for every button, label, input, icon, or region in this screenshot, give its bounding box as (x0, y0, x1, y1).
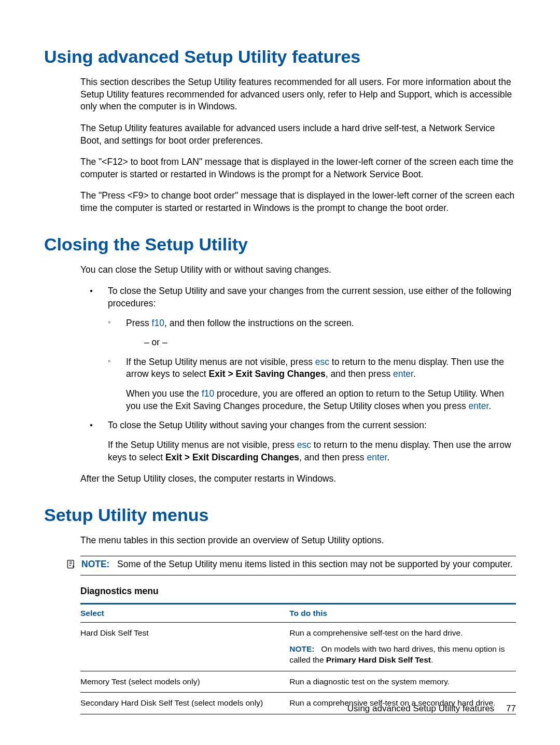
s2-intro: You can close the Setup Utility with or … (80, 264, 516, 276)
s2-bullet1: To close the Setup Utility and save your… (90, 285, 516, 412)
cell-select: Secondary Hard Disk Self Test (select mo… (80, 693, 289, 714)
bold-primary-hdst: Primary Hard Disk Self Test (326, 655, 431, 664)
note-text: NOTE: Some of the Setup Utility menu ite… (81, 558, 513, 570)
table-row: Memory Test (select models only) Run a d… (80, 671, 516, 693)
footer-text: Using advanced Setup Utility features (347, 704, 495, 713)
s2-sub1: Press f10, and then follow the instructi… (108, 317, 516, 349)
cell-do-text: Run a comprehensive self-test on the har… (289, 628, 514, 639)
note-callout: NOTE: Some of the Setup Utility menu ite… (80, 556, 516, 575)
cell-do: Run a diagnostic test on the system memo… (289, 671, 516, 693)
txt: , and then press (299, 452, 367, 462)
s2-bullet2: To close the Setup Utility without savin… (90, 419, 516, 463)
cell-do: Run a comprehensive self-test on the har… (289, 622, 516, 671)
txt: When you use the (126, 388, 202, 399)
diagnostics-table: Select To do this Hard Disk Self Test Ru… (80, 603, 516, 715)
txt: . (413, 369, 416, 379)
cell-select: Memory Test (select models only) (80, 671, 289, 693)
txt: If the Setup Utility menus are not visib… (126, 357, 315, 367)
txt: Press (126, 318, 152, 328)
s2-sub-list: Press f10, and then follow the instructi… (108, 317, 516, 413)
section3-body: The menu tables in this section provide … (80, 535, 516, 715)
s1-p4: The "Press <F9> to change boot order" me… (80, 190, 516, 214)
section1-body: This section describes the Setup Utility… (80, 76, 516, 215)
note-body: Some of the Setup Utility menu items lis… (117, 559, 513, 569)
txt: . (431, 655, 433, 664)
txt: , and then follow the instructions on th… (164, 318, 354, 328)
bold-exit-saving: Exit > Exit Saving Changes (209, 369, 326, 379)
heading-using-advanced: Using advanced Setup Utility features (44, 47, 516, 67)
s2-b2-para: If the Setup Utility menus are not visib… (108, 439, 516, 463)
table-row: Hard Disk Self Test Run a comprehensive … (80, 622, 516, 671)
s2-b1-text: To close the Setup Utility and save your… (108, 286, 511, 308)
s1-p2: The Setup Utility features available for… (80, 122, 516, 147)
page-content: Using advanced Setup Utility features Th… (0, 0, 560, 745)
key-f10: f10 (152, 318, 164, 328)
cell-note-label: NOTE: (289, 644, 314, 653)
bold-exit-discarding: Exit > Exit Discarding Changes (165, 452, 299, 462)
txt: , and then press (326, 369, 393, 379)
heading-closing: Closing the Setup Utility (44, 234, 516, 255)
note-label: NOTE: (81, 559, 109, 569)
page-number: 77 (506, 704, 516, 713)
key-f10: f10 (202, 388, 214, 399)
s1-p3: The "<F12> to boot from LAN" message tha… (80, 156, 516, 180)
txt: If the Setup Utility menus are not visib… (108, 440, 297, 450)
cell-note: NOTE: On models with two hard drives, th… (289, 644, 514, 666)
heading-menus: Setup Utility menus (44, 505, 516, 525)
s3-intro: The menu tables in this section provide … (80, 535, 516, 547)
th-select: Select (80, 603, 289, 622)
txt: . (387, 452, 389, 462)
subhead-diagnostics: Diagnostics menu (80, 586, 516, 597)
section2-body: You can close the Setup Utility with or … (80, 264, 516, 485)
th-todo: To do this (289, 603, 516, 622)
s2-bullet-list: To close the Setup Utility and save your… (90, 285, 516, 463)
key-enter: enter (469, 401, 489, 411)
key-enter: enter (367, 452, 387, 462)
s2-sub2-note: When you use the f10 procedure, you are … (126, 388, 516, 412)
txt: . (488, 401, 491, 411)
s2-b2-text: To close the Setup Utility without savin… (108, 420, 427, 430)
page-footer: Using advanced Setup Utility features 77 (347, 704, 516, 714)
key-esc: esc (315, 357, 329, 367)
s2-outro: After the Setup Utility closes, the comp… (80, 473, 516, 485)
cell-select: Hard Disk Self Test (80, 622, 289, 671)
note-icon (66, 559, 76, 572)
s1-p1: This section describes the Setup Utility… (80, 76, 516, 113)
key-esc: esc (297, 440, 311, 450)
or-divider: – or – (144, 336, 516, 349)
s2-sub2: If the Setup Utility menus are not visib… (108, 356, 516, 413)
key-enter: enter (393, 369, 413, 379)
